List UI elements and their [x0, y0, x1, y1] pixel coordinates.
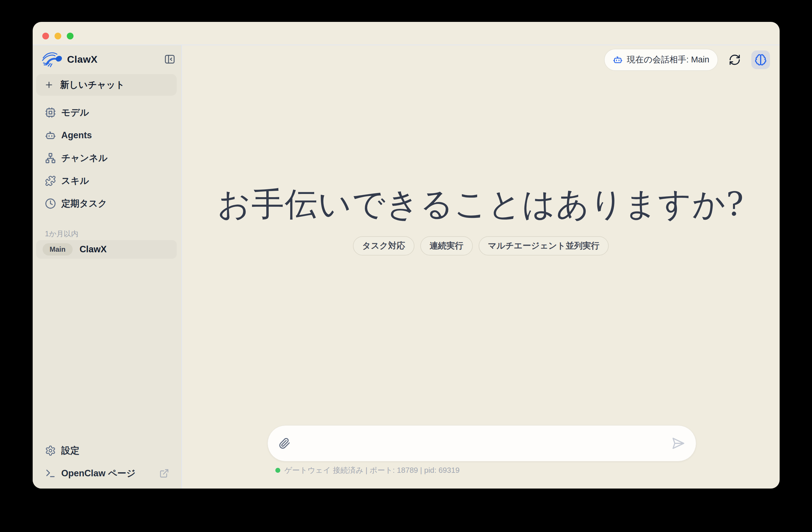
sidebar-item-label: スキル — [61, 175, 89, 187]
clawx-logo-icon — [40, 51, 63, 68]
current-conversation-pill[interactable]: 現在の会話相手: Main — [604, 49, 718, 71]
sidebar-item-label: 定期タスク — [61, 198, 107, 210]
settings-label: 設定 — [61, 445, 79, 457]
gateway-status-bar: ゲートウェイ 接続済み | ポート: 18789 | pid: 69319 — [275, 465, 460, 475]
robot-icon — [613, 55, 623, 65]
attach-file-button[interactable] — [279, 437, 290, 449]
brain-icon — [755, 54, 767, 66]
welcome-heading: お手伝いできることはありますか? — [182, 182, 780, 226]
message-input[interactable] — [298, 434, 664, 452]
send-icon — [671, 437, 685, 450]
traffic-lights — [42, 33, 73, 39]
chip-task-support[interactable]: タスク対応 — [353, 236, 415, 256]
puzzle-icon — [45, 175, 56, 186]
new-chat-label: 新しいチャット — [60, 79, 125, 91]
app-window: ClawX 新しいチャット モデル — [33, 22, 780, 489]
refresh-icon — [729, 54, 741, 66]
collapse-sidebar-button[interactable] — [163, 53, 176, 66]
send-button[interactable] — [671, 437, 685, 450]
suggestion-chips: タスク対応 連続実行 マルチエージェント並列実行 — [182, 236, 780, 256]
topbar: 現在の会話相手: Main — [604, 49, 770, 71]
main-badge: Main — [43, 243, 73, 256]
current-conversation-label: 現在の会話相手: Main — [627, 54, 709, 66]
sidebar-item-settings[interactable]: 設定 — [36, 442, 178, 459]
message-composer — [267, 425, 696, 461]
sidebar-item-scheduled-tasks[interactable]: 定期タスク — [36, 195, 178, 212]
external-link-wrap — [159, 469, 169, 478]
titlebar — [33, 22, 780, 45]
history-section-label: 1か月以内 — [45, 229, 78, 239]
sidebar-item-label: モデル — [61, 106, 89, 119]
openclaw-page-label: OpenClaw ページ — [61, 467, 136, 479]
minimize-window-button[interactable] — [55, 33, 61, 39]
sidebar-header: ClawX — [40, 48, 176, 70]
sidebar-item-openclaw-page[interactable]: OpenClaw ページ — [36, 465, 178, 482]
new-chat-button[interactable]: 新しいチャット — [36, 74, 177, 96]
external-link-icon — [159, 469, 169, 478]
chip-continuous-run[interactable]: 連続実行 — [420, 236, 473, 256]
close-window-button[interactable] — [42, 33, 49, 39]
sidebar: ClawX 新しいチャット モデル — [33, 45, 182, 489]
sidebar-item-skills[interactable]: スキル — [36, 172, 178, 190]
panel-collapse-icon — [164, 53, 176, 65]
terminal-icon — [45, 468, 56, 479]
plus-icon — [44, 80, 54, 89]
gear-icon — [45, 445, 56, 456]
brain-mode-button[interactable] — [751, 51, 770, 69]
zoom-window-button[interactable] — [67, 33, 73, 39]
chip-multi-agent-parallel[interactable]: マルチエージェント並列実行 — [479, 236, 609, 256]
app-title: ClawX — [67, 54, 98, 65]
sidebar-item-label: Agents — [61, 130, 92, 141]
chat-history-label: ClawX — [79, 244, 107, 255]
status-dot — [275, 468, 280, 473]
chat-history-item[interactable]: Main ClawX — [36, 240, 177, 259]
main-area: 現在の会話相手: Main お手伝いできることはありますか? タスク対応 連続実… — [182, 45, 780, 489]
sidebar-item-agents[interactable]: Agents — [36, 127, 178, 144]
sidebar-item-label: チャンネル — [61, 152, 107, 164]
gateway-status-text: ゲートウェイ 接続済み | ポート: 18789 | pid: 69319 — [285, 465, 460, 475]
sidebar-nav: モデル Agents チャンネル スキル — [36, 104, 178, 212]
paperclip-icon — [279, 437, 290, 449]
cpu-icon — [45, 107, 56, 118]
sidebar-item-models[interactable]: モデル — [36, 104, 178, 121]
network-icon — [45, 153, 56, 163]
refresh-button[interactable] — [729, 54, 741, 66]
clock-icon — [45, 198, 56, 209]
sidebar-item-channels[interactable]: チャンネル — [36, 149, 178, 167]
robot-icon — [45, 130, 56, 141]
